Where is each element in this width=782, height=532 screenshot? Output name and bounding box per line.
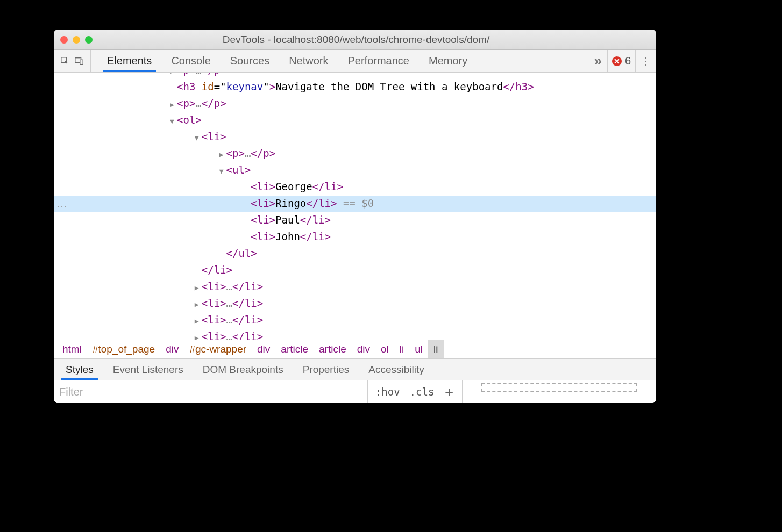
dom-node-line[interactable]: ▼<ul> — [54, 162, 656, 179]
token-attname: id — [202, 81, 214, 92]
token-tag: </li> — [232, 297, 263, 309]
token-tag: <li> — [251, 181, 275, 192]
styles-filter-input[interactable] — [54, 380, 367, 403]
panel-tabs: ElementsConsoleSourcesNetworkPerformance… — [91, 50, 477, 72]
dom-line-content: <li>George</li> — [70, 179, 343, 196]
inspect-icon[interactable] — [60, 56, 70, 66]
gutter: … — [54, 196, 70, 212]
breadcrumb-ul[interactable]: ul — [409, 340, 428, 358]
tab-elements[interactable]: Elements — [97, 50, 161, 72]
new-style-rule-button[interactable]: + — [442, 384, 457, 400]
token-tag: </li> — [232, 314, 263, 326]
breadcrumb-gc-wrapper[interactable]: #gc-wrapper — [184, 340, 252, 358]
dom-node-line[interactable]: ▼<ol> — [54, 112, 656, 129]
breadcrumb-div[interactable]: div — [352, 340, 375, 358]
dom-node-line[interactable]: ▶<p>…</p> — [54, 146, 656, 162]
computed-box-preview — [463, 380, 656, 403]
dom-node-line[interactable]: <li>John</li> — [54, 229, 656, 246]
kebab-menu-icon[interactable]: ⋮ — [635, 50, 656, 72]
arrow-spacer — [218, 247, 225, 262]
tab-sources[interactable]: Sources — [221, 50, 279, 72]
tab-memory[interactable]: Memory — [419, 50, 477, 72]
dom-node-line[interactable]: <li>George</li> — [54, 179, 656, 196]
titlebar: DevTools - localhost:8080/web/tools/chro… — [54, 30, 656, 50]
token-tag: <p> — [177, 97, 195, 109]
subtab-accessibility[interactable]: Accessibility — [359, 359, 433, 380]
breadcrumb-div[interactable]: div — [160, 340, 184, 358]
subtab-properties[interactable]: Properties — [293, 359, 359, 380]
dom-node-line[interactable]: </li> — [54, 262, 656, 279]
dom-node-line[interactable]: ▼<li> — [54, 129, 656, 146]
dom-line-content: <h3 id="keynav">Navigate the DOM Tree wi… — [70, 79, 534, 96]
token-meta: … — [226, 281, 232, 292]
collapse-icon[interactable]: ▼ — [218, 163, 225, 179]
token-meta: … — [226, 314, 232, 326]
dom-node-line[interactable]: </ul> — [54, 246, 656, 262]
expand-icon[interactable]: ▶ — [193, 313, 201, 329]
breadcrumb-li[interactable]: li — [394, 340, 409, 358]
tab-console[interactable]: Console — [161, 50, 220, 72]
expand-icon[interactable]: ▶ — [193, 280, 201, 296]
token-meta: … — [195, 73, 201, 76]
expand-icon[interactable]: ▶ — [193, 330, 201, 340]
token-tag: </p> — [202, 73, 226, 76]
arrow-spacer — [242, 180, 250, 196]
collapse-icon[interactable]: ▼ — [168, 113, 176, 129]
breadcrumb-article[interactable]: article — [275, 340, 314, 358]
token-tag: <li> — [202, 131, 226, 142]
devtools-window: DevTools - localhost:8080/web/tools/chro… — [54, 30, 656, 403]
collapse-icon[interactable]: ▼ — [193, 130, 201, 146]
breadcrumb-div[interactable]: div — [252, 340, 275, 358]
token-tag: <li> — [202, 330, 226, 340]
token-tag: <li> — [202, 281, 226, 292]
token-meta: … — [226, 297, 232, 309]
hov-toggle[interactable]: :hov — [373, 385, 402, 399]
breadcrumb-trail: html#top_of_pagediv#gc-wrapperdivarticle… — [54, 340, 656, 359]
token-text: = — [214, 81, 220, 92]
error-indicator[interactable]: ✕ 6 — [607, 50, 635, 72]
overflow-button[interactable]: » — [588, 53, 607, 69]
dom-node-line[interactable]: <li>Paul</li> — [54, 212, 656, 229]
dom-node-line[interactable]: <h3 id="keynav">Navigate the DOM Tree wi… — [54, 79, 656, 96]
expand-icon[interactable]: ▶ — [168, 97, 176, 112]
dom-node-line[interactable]: ▶<li>…</li> — [54, 279, 656, 296]
dom-line-content: ▶<p>…</p> — [70, 96, 226, 112]
tab-network[interactable]: Network — [279, 50, 338, 72]
dom-node-line[interactable]: ▶<li>…</li> — [54, 296, 656, 312]
breadcrumb-top_of_page[interactable]: #top_of_page — [87, 340, 160, 358]
subtab-event-listeners[interactable]: Event Listeners — [103, 359, 193, 380]
dom-tree[interactable]: ▶<p>…</p> <h3 id="keynav">Navigate the D… — [54, 73, 656, 340]
dom-node-line[interactable]: ▶<p>…</p> — [54, 73, 656, 79]
device-toggle-icon[interactable] — [74, 56, 84, 66]
dom-node-line[interactable]: ▶<li>…</li> — [54, 329, 656, 340]
tab-performance[interactable]: Performance — [338, 50, 420, 72]
token-tag: </li> — [300, 214, 331, 226]
token-tag: <p> — [226, 147, 245, 159]
token-tag: <ul> — [226, 164, 251, 176]
window-title: DevTools - localhost:8080/web/tools/chro… — [62, 34, 650, 46]
dom-line-content: ▶<li>…</li> — [70, 296, 263, 312]
subtab-dom-breakpoints[interactable]: DOM Breakpoints — [193, 359, 293, 380]
dom-node-line[interactable]: ▶<li>…</li> — [54, 312, 656, 329]
token-text: Navigate the DOM Tree with a keyboard — [275, 81, 503, 92]
breadcrumb-li[interactable]: li — [428, 340, 443, 358]
style-tool-group: :hov .cls + — [368, 380, 463, 403]
dom-line-content: ▶<p>…</p> — [70, 146, 275, 162]
cls-toggle[interactable]: .cls — [408, 385, 437, 399]
arrow-spacer — [242, 197, 250, 212]
token-tag: <h3 — [177, 81, 202, 92]
breadcrumb-ol[interactable]: ol — [375, 340, 394, 358]
token-tag: <li> — [251, 214, 275, 226]
expand-icon[interactable]: ▶ — [168, 73, 176, 79]
token-meta: … — [226, 330, 232, 340]
breadcrumb-article[interactable]: article — [314, 340, 352, 358]
dom-node-line[interactable]: … <li>Ringo</li> == $0 — [54, 196, 656, 212]
expand-icon[interactable]: ▶ — [218, 147, 225, 162]
arrow-spacer — [242, 230, 250, 246]
expand-icon[interactable]: ▶ — [193, 297, 201, 312]
subtab-styles[interactable]: Styles — [56, 359, 103, 380]
arrow-spacer — [242, 213, 250, 229]
breadcrumb-html[interactable]: html — [57, 340, 87, 358]
dom-line-content: <li>Paul</li> — [70, 212, 331, 229]
dom-node-line[interactable]: ▶<p>…</p> — [54, 96, 656, 112]
